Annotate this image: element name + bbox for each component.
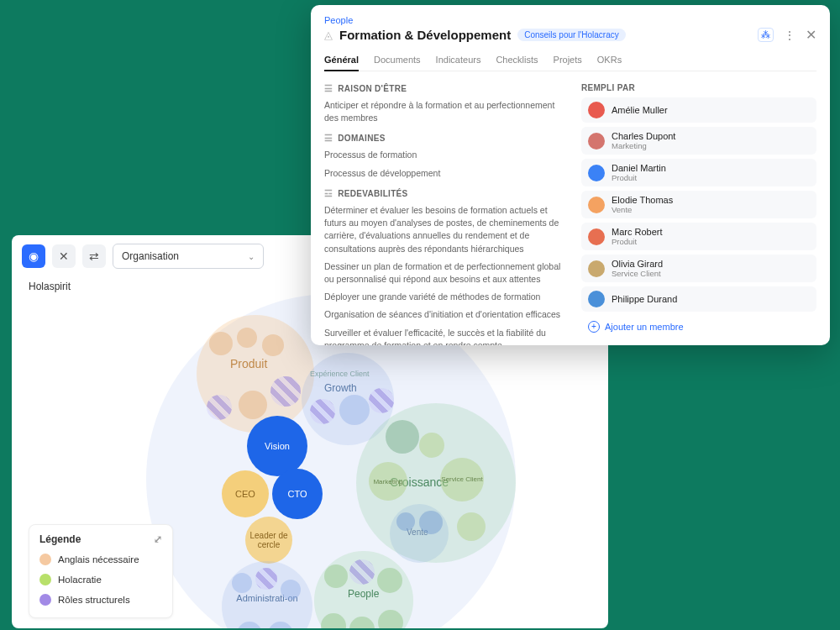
breadcrumb[interactable]: People (324, 15, 816, 25)
member-subtitle: Produit (612, 173, 666, 182)
list-icon: ☲ (324, 188, 333, 199)
section-heading: REDEVABILITÉS (338, 189, 407, 198)
member-name: Philippe Durand (612, 294, 677, 304)
lock-icon: ◬ (324, 29, 333, 41)
accountability-item: Déployer une grande variété de méthodes … (324, 291, 561, 303)
avatar (588, 102, 605, 118)
member-row[interactable]: Amélie Muller (581, 97, 816, 123)
member-subtitle: Vente (612, 205, 673, 214)
section-heading: RAISON D'ÊTRE (338, 84, 407, 93)
list-icon: ☰ (324, 83, 333, 94)
accountability-item: Surveiller et évaluer l'efficacité, le s… (324, 327, 561, 345)
member-row[interactable]: Marc RobertProduit (581, 223, 816, 250)
legend-dot (39, 554, 51, 565)
add-member-button[interactable]: + Ajouter un membre (581, 316, 816, 338)
member-subtitle: Produit (612, 237, 663, 246)
member-name: Amélie Muller (612, 105, 668, 115)
domain-item: Processus de développement (324, 167, 561, 180)
legend-dot (39, 574, 51, 585)
circle-leader[interactable]: Leader de cercle (245, 517, 292, 564)
tab-checklists[interactable]: Checklists (496, 51, 538, 71)
legend-item: Anglais nécessaire (39, 554, 162, 565)
close-icon[interactable]: ✕ (806, 27, 816, 43)
holacracy-badge[interactable]: Conseils pour l'Holacracy (517, 29, 626, 41)
accountability-item: Organisation de séances d'initiation et … (324, 308, 561, 321)
org-title: Holaspirit (29, 281, 71, 292)
tab-okrs[interactable]: OKRs (597, 51, 622, 71)
org-select[interactable]: Organisation ⌄ (113, 244, 264, 269)
translate-icon[interactable]: ⁂ (758, 28, 774, 42)
view-shuffle-icon[interactable]: ✕ (52, 244, 76, 268)
avatar (588, 165, 605, 181)
list-icon: ☰ (324, 133, 333, 144)
accountability-item: Déterminer et évaluer les besoins de for… (324, 204, 561, 255)
legend-item: Rôles structurels (39, 594, 162, 606)
avatar (588, 197, 605, 213)
avatar (588, 291, 605, 307)
view-tree-icon[interactable]: ⇄ (82, 244, 106, 268)
raison-text: Anticiper et répondre à la formation et … (324, 99, 561, 124)
plus-icon: + (588, 321, 600, 333)
collapse-icon[interactable]: ⤢ (154, 533, 162, 545)
circle-label: Growth (324, 382, 357, 394)
tab-documents[interactable]: Documents (374, 51, 421, 71)
legend-label: Rôles structurels (58, 595, 130, 605)
add-member-label: Ajouter un membre (605, 322, 684, 332)
circle-label: People (348, 588, 379, 600)
tabs: GénéralDocumentsIndicateursChecklistsPro… (324, 51, 816, 71)
circle-label: Expérience Client (310, 370, 370, 378)
member-name: Elodie Thomas (612, 195, 673, 205)
member-row[interactable]: Olivia GirardService Client (581, 255, 816, 282)
tab-projets[interactable]: Projets (554, 51, 582, 71)
legend-label: Anglais nécessaire (58, 554, 139, 564)
member-subtitle: Service Client (612, 269, 663, 278)
circle-vision[interactable]: Vision (247, 416, 307, 476)
section-heading: REMPLI PAR (581, 83, 635, 92)
content-column: ☰RAISON D'ÊTRE Anticiper et répondre à l… (324, 83, 561, 345)
chevron-down-icon: ⌄ (248, 252, 255, 261)
role-detail-modal: People ◬ Formation & Développement Conse… (311, 5, 830, 345)
member-row[interactable]: Daniel MartinProduit (581, 159, 816, 186)
avatar (588, 133, 605, 150)
members-column: REMPLI PAR Amélie MullerCharles DupontMa… (581, 83, 816, 345)
member-name: Charles Dupont (612, 131, 675, 141)
domain-item: Processus de formation (324, 149, 561, 161)
circle-cto[interactable]: CTO (272, 469, 323, 519)
circle-label: Produit (230, 357, 267, 370)
legend-label: Holacratie (58, 575, 102, 585)
legend-panel: Légende ⤢ Anglais nécessaireHolacratieRô… (29, 524, 173, 618)
member-row[interactable]: Philippe Durand (581, 286, 816, 312)
member-name: Daniel Martin (612, 163, 666, 173)
tab-indicateurs[interactable]: Indicateurs (436, 51, 481, 71)
circle-ceo[interactable]: CEO (222, 470, 269, 517)
legend-item: Holacratie (39, 574, 162, 585)
more-icon[interactable]: ⋮ (784, 29, 795, 42)
section-heading: DOMAINES (338, 134, 385, 143)
tab-général[interactable]: Général (324, 51, 359, 71)
avatar (588, 228, 605, 245)
member-subtitle: Marketing (612, 141, 675, 150)
member-row[interactable]: Charles DupontMarketing (581, 127, 816, 155)
member-row[interactable]: Elodie ThomasVente (581, 191, 816, 218)
modal-title: Formation & Développement (339, 28, 511, 42)
org-select-label: Organisation (122, 250, 179, 262)
member-name: Olivia Girard (612, 259, 663, 269)
view-circles-icon[interactable]: ◉ (22, 244, 45, 268)
avatar (588, 260, 605, 277)
legend-dot (39, 594, 51, 606)
legend-title: Légende (39, 533, 81, 545)
member-name: Marc Robert (612, 227, 663, 237)
accountability-item: Dessiner un plan de formation et de perf… (324, 260, 561, 286)
